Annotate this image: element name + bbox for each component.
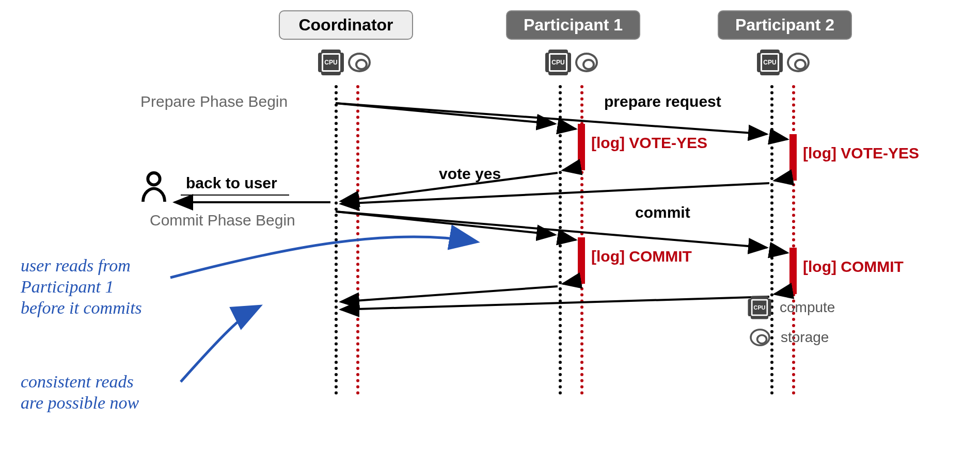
- legend-compute-label: compute: [780, 299, 835, 316]
- log-commit-p2: [log] COMMIT: [803, 258, 904, 276]
- participant2-compute-lifeline: [770, 85, 773, 395]
- p2-vote-activation: [789, 134, 797, 181]
- commit-phase-label: Commit Phase Begin: [150, 212, 295, 229]
- vote-yes-label: vote yes: [439, 165, 501, 183]
- handwriting-note-2: consistent reads are possible now: [21, 371, 139, 414]
- cpu-icon: CPU: [759, 52, 781, 73]
- svg-line-13: [336, 212, 555, 235]
- storage-icon: [750, 329, 770, 346]
- role-participant-1: Participant 1: [506, 10, 640, 40]
- prepare-request-label: prepare request: [604, 93, 721, 110]
- hw2-line2: are possible now: [21, 393, 139, 412]
- arrows-overlay: [0, 0, 980, 453]
- back-to-user-label: back to user: [186, 174, 277, 192]
- svg-line-10: [341, 183, 769, 204]
- commit-label: commit: [635, 204, 690, 221]
- prepare-phase-label: Prepare Phase Begin: [140, 93, 288, 110]
- hw1-line2: Participant 1: [21, 277, 114, 296]
- svg-line-7: [563, 168, 578, 170]
- legend-storage-row: storage: [749, 328, 835, 347]
- coordinator-storage-lifeline: [356, 85, 359, 395]
- handwriting-note-1: user reads from Participant 1 before it …: [21, 255, 142, 318]
- log-vote-yes-p1: [log] VOTE-YES: [591, 134, 707, 152]
- participant2-icons: CPU: [759, 52, 810, 73]
- p1-commit-activation: [578, 237, 585, 284]
- hw2-line1: consistent reads: [21, 372, 134, 391]
- svg-line-8: [774, 178, 789, 181]
- hw1-line3: before it commits: [21, 298, 142, 317]
- storage-icon: [575, 53, 598, 72]
- svg-line-18: [774, 292, 789, 294]
- hw1-line1: user reads from: [21, 256, 131, 275]
- role-coordinator: Coordinator: [279, 10, 413, 40]
- svg-point-0: [148, 173, 160, 185]
- svg-line-20: [341, 297, 769, 310]
- cpu-icon: CPU: [750, 298, 769, 317]
- cpu-icon: CPU: [320, 52, 342, 73]
- coordinator-icons: CPU: [320, 52, 371, 73]
- role-participant-2: Participant 2: [718, 10, 852, 40]
- participant1-compute-lifeline: [559, 85, 562, 395]
- coordinator-compute-lifeline: [335, 85, 338, 395]
- cpu-icon: CPU: [547, 52, 569, 73]
- svg-line-19: [341, 286, 558, 302]
- svg-line-14: [336, 212, 767, 248]
- participant2-storage-lifeline: [792, 85, 795, 395]
- storage-icon: [787, 53, 810, 72]
- svg-line-3: [336, 103, 555, 124]
- p1-vote-activation: [578, 124, 585, 170]
- legend: CPU compute storage: [749, 297, 835, 347]
- participant1-icons: CPU: [547, 52, 598, 73]
- log-commit-p1: [log] COMMIT: [591, 248, 692, 265]
- svg-line-17: [563, 281, 578, 284]
- legend-compute-row: CPU compute: [749, 297, 835, 318]
- p2-commit-activation: [789, 248, 797, 294]
- log-vote-yes-p2: [log] VOTE-YES: [803, 144, 919, 162]
- user-icon: [139, 170, 168, 206]
- legend-storage-label: storage: [781, 329, 829, 346]
- storage-icon: [348, 53, 371, 72]
